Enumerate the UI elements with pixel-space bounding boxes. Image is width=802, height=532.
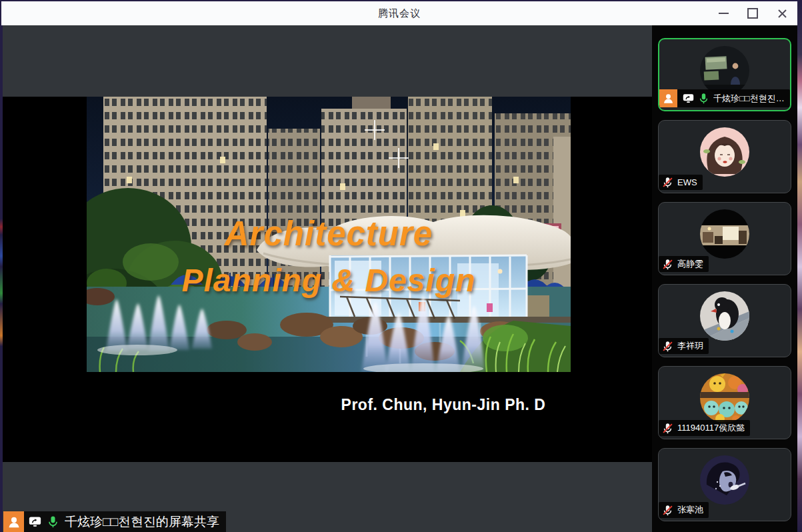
participant-name: 千炫珍□□천현진… — [713, 93, 785, 105]
slide-title-line2: Planning & Design — [87, 265, 571, 297]
participant-tile-1[interactable]: 千炫珍□□천현진… — [658, 38, 791, 111]
screen-share-banner: 千炫珍□□천현진的屏幕共享 — [3, 511, 226, 532]
screen-share-banner-bar: 千炫珍□□천현진的屏幕共享 — [24, 511, 226, 532]
maximize-icon — [747, 8, 758, 19]
shared-screen-stage: Architecture Planning & Design Prof. Chu… — [3, 25, 652, 532]
slide-title-line1: Architecture — [87, 217, 571, 251]
participants-sidebar[interactable]: 千炫珍□□천현진… EWS — [652, 25, 797, 532]
mic-muted-icon — [662, 177, 673, 188]
participant-name: EWS — [677, 177, 697, 187]
shared-screen: Architecture Planning & Design Prof. Chu… — [3, 97, 652, 462]
participant-badge: 李祥玥 — [659, 338, 709, 354]
participant-badge: 千炫珍□□천현진… — [659, 89, 790, 107]
participant-name: 111940117侯欣懿 — [677, 422, 745, 434]
window-title: 腾讯会议 — [378, 7, 421, 20]
desktop-edge-right — [797, 1, 802, 532]
participant-tile-2[interactable]: EWS — [658, 120, 791, 193]
screen-share-icon — [683, 93, 694, 104]
participant-tile-3[interactable]: 高静雯 — [658, 202, 791, 275]
participant-badge: EWS — [659, 175, 703, 190]
close-icon — [777, 9, 787, 19]
participant-name: 张寒池 — [677, 504, 703, 516]
maximize-button[interactable] — [743, 3, 763, 23]
minimize-icon — [719, 13, 729, 14]
mic-muted-icon — [662, 505, 673, 516]
mic-on-icon — [698, 93, 709, 104]
window-titlebar[interactable]: 腾讯会议 — [1, 1, 797, 25]
host-person-icon — [3, 511, 24, 532]
avatar — [700, 46, 749, 95]
participant-tile-5[interactable]: 111940117侯欣懿 — [658, 366, 791, 439]
mic-muted-icon — [662, 259, 673, 270]
avatar — [700, 373, 749, 423]
participant-tile-6[interactable]: 张寒池 — [658, 448, 791, 521]
participant-badge: 111940117侯欣懿 — [659, 420, 750, 436]
avatar — [700, 455, 749, 505]
screen-share-banner-text: 千炫珍□□천현진的屏幕共享 — [65, 513, 219, 531]
avatar — [700, 127, 749, 177]
close-button[interactable] — [772, 3, 792, 23]
mic-muted-icon — [662, 423, 673, 434]
slide-title: Architecture Planning & Design — [87, 217, 571, 297]
window-controls — [713, 1, 792, 25]
minimize-button[interactable] — [713, 3, 733, 23]
participant-badge: 张寒池 — [659, 502, 709, 518]
mic-muted-icon — [662, 341, 673, 352]
avatar — [700, 291, 749, 341]
participant-badge: 高静雯 — [659, 256, 709, 272]
slide-author: Prof. Chun, Hyun-Jin Ph. D — [310, 396, 577, 414]
participant-name: 李祥玥 — [677, 340, 703, 352]
host-person-icon — [659, 89, 677, 107]
screen-share-icon — [29, 515, 41, 528]
participant-tile-4[interactable]: 李祥玥 — [658, 284, 791, 357]
mic-on-icon — [47, 515, 59, 528]
participant-name: 高静雯 — [677, 258, 703, 270]
avatar — [700, 209, 749, 259]
